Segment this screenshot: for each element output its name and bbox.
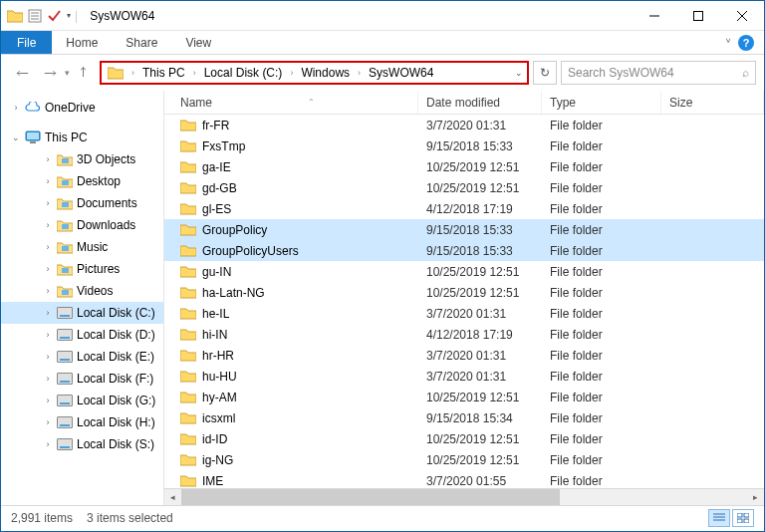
file-name-cell: IME: [164, 474, 418, 488]
tab-share[interactable]: Share: [112, 31, 171, 54]
file-row[interactable]: FxsTmp9/15/2018 15:33File folder: [164, 135, 764, 156]
expand-icon[interactable]: ›: [43, 352, 53, 362]
column-size[interactable]: Size: [661, 91, 764, 114]
expand-icon[interactable]: ›: [43, 330, 53, 340]
file-row[interactable]: gd-GB10/25/2019 12:51File folder: [164, 177, 764, 198]
breadcrumb-segment[interactable]: Local Disk (C:): [200, 66, 287, 80]
expand-icon[interactable]: ›: [11, 103, 21, 113]
file-row[interactable]: gu-IN10/25/2019 12:51File folder: [164, 261, 764, 282]
search-box[interactable]: ⌕: [561, 61, 756, 85]
expand-icon[interactable]: ›: [43, 242, 53, 252]
file-row[interactable]: gl-ES4/12/2018 17:19File folder: [164, 198, 764, 219]
forward-button[interactable]: 🡒: [37, 60, 63, 86]
column-headers: Name ⌃ Date modified Type Size: [164, 91, 764, 115]
tree-item[interactable]: ›Local Disk (S:): [1, 433, 163, 455]
column-name[interactable]: Name ⌃: [164, 91, 418, 114]
tree-item[interactable]: ›Documents: [1, 192, 163, 214]
folder-shortcut-icon: [57, 217, 73, 233]
tree-item[interactable]: ›Local Disk (F:): [1, 368, 163, 390]
search-input[interactable]: [568, 66, 742, 80]
file-row[interactable]: hy-AM10/25/2019 12:51File folder: [164, 387, 764, 407]
history-dropdown-icon[interactable]: ▾: [65, 68, 70, 78]
expand-icon[interactable]: ›: [43, 374, 53, 384]
tab-file[interactable]: File: [1, 31, 52, 54]
file-type-cell: File folder: [542, 223, 661, 237]
folder-icon: [180, 202, 196, 215]
file-row[interactable]: hi-IN4/12/2018 17:19File folder: [164, 324, 764, 345]
horizontal-scrollbar[interactable]: ◂ ▸: [164, 488, 764, 505]
file-row[interactable]: hr-HR3/7/2020 01:31File folder: [164, 345, 764, 366]
file-rows[interactable]: fr-FR3/7/2020 01:31File folderFxsTmp9/15…: [164, 115, 764, 488]
expand-icon[interactable]: ›: [43, 176, 53, 186]
expand-icon[interactable]: ›: [43, 286, 53, 296]
file-date-cell: 10/25/2019 12:51: [418, 286, 542, 300]
expand-icon[interactable]: ›: [43, 198, 53, 208]
tree-item[interactable]: ›Videos: [1, 280, 163, 302]
column-date[interactable]: Date modified: [418, 91, 542, 114]
tree-item[interactable]: ›Local Disk (E:): [1, 346, 163, 368]
expand-icon[interactable]: ›: [43, 220, 53, 230]
view-icons-button[interactable]: [732, 509, 754, 527]
expand-icon[interactable]: ›: [43, 308, 53, 318]
ribbon-collapse-icon[interactable]: ⱽ: [726, 37, 730, 48]
file-row[interactable]: hu-HU3/7/2020 01:31File folder: [164, 366, 764, 387]
search-icon: ⌕: [742, 66, 749, 80]
tree-item[interactable]: ›Local Disk (D:): [1, 324, 163, 346]
tab-home[interactable]: Home: [52, 31, 112, 54]
file-row[interactable]: GroupPolicyUsers9/15/2018 15:33File fold…: [164, 240, 764, 261]
properties-icon[interactable]: [27, 8, 43, 24]
breadcrumb-segment[interactable]: This PC: [138, 66, 189, 80]
chevron-right-icon[interactable]: ›: [129, 68, 136, 78]
file-row[interactable]: ig-NG10/25/2019 12:51File folder: [164, 449, 764, 470]
collapse-icon[interactable]: ⌄: [11, 133, 21, 142]
column-type[interactable]: Type: [542, 91, 661, 114]
back-button[interactable]: 🡐: [9, 60, 35, 86]
close-button[interactable]: [720, 1, 764, 31]
navigation-pane[interactable]: › OneDrive ⌄ This PC ›3D Objects›Desktop…: [1, 91, 164, 505]
checkmark-icon[interactable]: [47, 9, 61, 23]
chevron-right-icon[interactable]: ›: [191, 68, 198, 78]
tree-item[interactable]: ›Music: [1, 236, 163, 258]
file-row[interactable]: ga-IE10/25/2019 12:51File folder: [164, 156, 764, 177]
maximize-button[interactable]: [676, 1, 720, 31]
chevron-right-icon[interactable]: ›: [288, 68, 295, 78]
breadcrumb-segment[interactable]: Windows: [297, 66, 354, 80]
file-row[interactable]: id-ID10/25/2019 12:51File folder: [164, 428, 764, 449]
tree-item[interactable]: ›Pictures: [1, 258, 163, 280]
file-row[interactable]: IME3/7/2020 01:55File folder: [164, 470, 764, 488]
minimize-button[interactable]: [633, 1, 676, 31]
tree-item[interactable]: ›3D Objects: [1, 148, 163, 170]
folder-icon: [180, 265, 196, 278]
tree-onedrive[interactable]: › OneDrive: [1, 97, 163, 119]
up-button[interactable]: 🡑: [72, 61, 96, 85]
file-row[interactable]: icsxml9/15/2018 15:34File folder: [164, 407, 764, 428]
tree-item[interactable]: ›Local Disk (C:): [1, 302, 163, 324]
chevron-right-icon[interactable]: ›: [356, 68, 363, 78]
qat-dropdown-icon[interactable]: ▾: [65, 11, 71, 20]
file-name-cell: ig-NG: [164, 453, 418, 467]
file-row[interactable]: he-IL3/7/2020 01:31File folder: [164, 303, 764, 324]
tree-item[interactable]: ›Local Disk (H:): [1, 411, 163, 433]
scroll-left-icon[interactable]: ◂: [164, 489, 181, 505]
view-details-button[interactable]: [708, 509, 730, 527]
address-bar[interactable]: › This PC › Local Disk (C:) › Windows › …: [100, 61, 529, 85]
tree-item[interactable]: ›Desktop: [1, 170, 163, 192]
tree-thispc[interactable]: ⌄ This PC: [1, 127, 163, 148]
file-row[interactable]: ha-Latn-NG10/25/2019 12:51File folder: [164, 282, 764, 303]
refresh-button[interactable]: ↻: [533, 61, 557, 85]
help-icon[interactable]: ?: [738, 35, 754, 51]
file-row[interactable]: fr-FR3/7/2020 01:31File folder: [164, 115, 764, 135]
tree-item[interactable]: ›Downloads: [1, 214, 163, 236]
scroll-thumb[interactable]: [181, 489, 560, 505]
expand-icon[interactable]: ›: [43, 439, 53, 449]
expand-icon[interactable]: ›: [43, 417, 53, 427]
scroll-right-icon[interactable]: ▸: [747, 489, 764, 505]
tree-item[interactable]: ›Local Disk (G:): [1, 390, 163, 411]
file-row[interactable]: GroupPolicy9/15/2018 15:33File folder: [164, 219, 764, 240]
expand-icon[interactable]: ›: [43, 264, 53, 274]
address-dropdown-icon[interactable]: ⌄: [515, 68, 523, 78]
expand-icon[interactable]: ›: [43, 396, 53, 405]
expand-icon[interactable]: ›: [43, 154, 53, 164]
breadcrumb-segment[interactable]: SysWOW64: [365, 66, 437, 80]
tab-view[interactable]: View: [171, 31, 225, 54]
